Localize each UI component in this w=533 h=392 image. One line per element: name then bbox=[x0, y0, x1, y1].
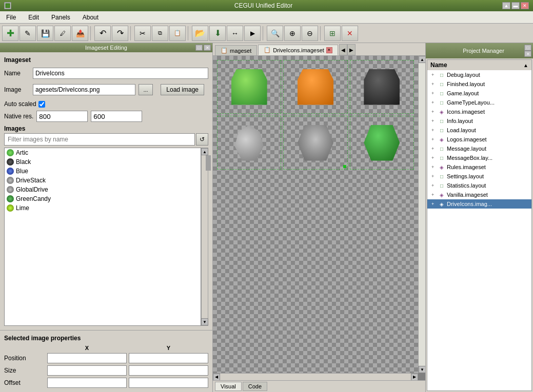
tree-item-icons-imageset[interactable]: + ◈ Icons.imageset bbox=[427, 107, 531, 116]
tree-item-rules[interactable]: + ◈ Rules.imageset bbox=[427, 162, 531, 172]
right-panel-restore-button[interactable]: □ bbox=[524, 45, 531, 51]
tab-nav-left[interactable]: ◀ bbox=[339, 44, 347, 55]
save-button[interactable]: 💾 bbox=[37, 26, 53, 41]
tab-nav-right[interactable]: ▶ bbox=[347, 44, 356, 55]
cut-button[interactable]: ✂ bbox=[134, 26, 151, 41]
refresh-button[interactable]: ↺ bbox=[196, 133, 208, 146]
tree-item-logos[interactable]: + ◈ Logos.imageset bbox=[427, 135, 531, 144]
filter-input[interactable] bbox=[4, 133, 195, 146]
offset-x-input[interactable] bbox=[47, 378, 127, 388]
item-label: GreenCandy bbox=[16, 195, 51, 202]
right-panel-controls: □ ✕ bbox=[524, 45, 531, 57]
right-panel-close-button[interactable]: ✕ bbox=[524, 51, 531, 57]
zoom-out-button[interactable]: ⊖ bbox=[302, 26, 318, 41]
scroll-up-button[interactable]: ▲ bbox=[201, 148, 208, 155]
tab-visual[interactable]: Visual bbox=[215, 382, 242, 391]
menu-panels[interactable]: Panels bbox=[47, 13, 74, 22]
tree-item-debug[interactable]: + □ Debug.layout bbox=[427, 70, 531, 79]
list-item[interactable]: Blue bbox=[5, 167, 201, 176]
tree-item-info[interactable]: + □ Info.layout bbox=[427, 116, 531, 126]
tab-code[interactable]: Code bbox=[243, 382, 267, 391]
canvas-area[interactable]: ▲ ▼ ◀ ▶ bbox=[213, 56, 425, 380]
tree-item-message[interactable]: + □ Message.layout bbox=[427, 144, 531, 153]
lime-icon bbox=[7, 204, 14, 212]
native-res-x-input[interactable] bbox=[36, 111, 88, 122]
zoom-normal-button[interactable]: 🔍 bbox=[267, 26, 283, 41]
name-input[interactable] bbox=[33, 68, 208, 79]
auto-scaled-checkbox[interactable] bbox=[38, 101, 45, 108]
saveas-button[interactable]: 🖊 bbox=[54, 26, 71, 41]
tree-item-settings[interactable]: + □ Settings.layout bbox=[427, 172, 531, 181]
edit-button[interactable]: ✎ bbox=[19, 26, 36, 41]
tree-item-game[interactable]: + □ Game.layout bbox=[427, 89, 531, 98]
delete-button[interactable]: ✕ bbox=[342, 26, 358, 41]
item-name: Icons.imageset bbox=[447, 109, 485, 115]
export-button[interactable]: 📤 bbox=[72, 26, 88, 41]
list-item[interactable]: GlobalDrive bbox=[5, 185, 201, 194]
tab-driveicons[interactable]: 📋 DriveIcons.imageset ✕ bbox=[258, 45, 338, 55]
position-x-input[interactable] bbox=[47, 353, 127, 363]
menu-file[interactable]: File bbox=[2, 13, 20, 22]
open-button[interactable]: 📂 bbox=[192, 26, 208, 41]
sep4 bbox=[263, 26, 265, 40]
size-y-input[interactable] bbox=[129, 365, 208, 376]
canvas-hscroll[interactable]: ◀ ▶ bbox=[213, 373, 418, 380]
load-image-button[interactable]: Load image bbox=[161, 84, 204, 95]
x-header: X bbox=[47, 345, 127, 351]
tree-item-vanilla[interactable]: + ◈ Vanilla.imageset bbox=[427, 190, 531, 199]
panel-close-button[interactable]: ✕ bbox=[204, 45, 211, 51]
native-res-row: Native res. bbox=[4, 111, 208, 122]
move-button[interactable]: ↔ bbox=[227, 26, 243, 41]
tree-item-gametype[interactable]: + □ GameTypeLayou... bbox=[427, 98, 531, 107]
layout-icon: □ bbox=[438, 80, 445, 88]
list-item[interactable]: Black bbox=[5, 157, 201, 167]
add-layer-button[interactable]: ⊞ bbox=[324, 26, 341, 41]
undo-button[interactable]: ↶ bbox=[94, 26, 111, 41]
offset-y-input[interactable] bbox=[129, 378, 208, 388]
image-list-scrollbar[interactable]: ▲ ▼ bbox=[201, 148, 208, 326]
new-button[interactable]: ✚ bbox=[2, 26, 18, 41]
layout-icon: □ bbox=[438, 182, 445, 189]
list-item[interactable]: DriveStack bbox=[5, 176, 201, 185]
left-panel-title: Imageset Editing bbox=[85, 45, 127, 51]
list-item[interactable]: GreenCandy bbox=[5, 194, 201, 203]
zoom-in-button[interactable]: ⊕ bbox=[284, 26, 301, 41]
drive-orange-icon bbox=[298, 69, 333, 105]
hscroll-right-button[interactable]: ▶ bbox=[411, 374, 418, 381]
scroll-down-button[interactable]: ▼ bbox=[201, 318, 208, 325]
menu-edit[interactable]: Edit bbox=[24, 13, 43, 22]
tab-imageset[interactable]: 📋 mageset bbox=[215, 45, 257, 55]
download-button[interactable]: ⬇ bbox=[209, 26, 226, 41]
tree-item-statistics[interactable]: + □ Statistics.layout bbox=[427, 181, 531, 190]
canvas-vscroll[interactable]: ▲ ▼ bbox=[418, 56, 425, 373]
image-path-input[interactable] bbox=[33, 84, 135, 95]
redo-button[interactable]: ↷ bbox=[112, 26, 128, 41]
list-item[interactable]: Lime bbox=[5, 203, 201, 213]
tree-item-messagebox[interactable]: + □ MessageBox.lay... bbox=[427, 153, 531, 162]
browse-button[interactable]: ... bbox=[139, 84, 153, 95]
native-res-y-input[interactable] bbox=[91, 111, 142, 122]
vscroll-track[interactable] bbox=[419, 63, 425, 366]
maximize-button[interactable]: ▬ bbox=[511, 2, 520, 9]
tab-close-button[interactable]: ✕ bbox=[326, 47, 332, 53]
hscroll-left-button[interactable]: ◀ bbox=[213, 374, 220, 381]
position-y-input[interactable] bbox=[129, 353, 208, 363]
play-button[interactable]: ▶ bbox=[244, 26, 261, 41]
tree-item-finished[interactable]: + □ Finished.layout bbox=[427, 79, 531, 89]
center-panel: 📋 mageset 📋 DriveIcons.imageset ✕ ◀ ▶ bbox=[213, 43, 425, 392]
size-x-input[interactable] bbox=[47, 365, 127, 376]
vscroll-up-button[interactable]: ▲ bbox=[419, 56, 425, 63]
item-name: Settings.layout bbox=[447, 173, 484, 179]
tree-item-driveicons[interactable]: + ◈ DriveIcons.imag... bbox=[427, 199, 531, 209]
close-button[interactable]: ✕ bbox=[521, 2, 529, 9]
minimize-button[interactable]: ▲ bbox=[502, 2, 510, 9]
layout-icon: □ bbox=[438, 99, 445, 106]
paste-button[interactable]: 📋 bbox=[169, 26, 186, 41]
list-item[interactable]: Artic bbox=[5, 148, 201, 157]
tree-item-load[interactable]: + □ Load.layout bbox=[427, 126, 531, 135]
panel-restore-button[interactable]: □ bbox=[195, 45, 203, 51]
menu-about[interactable]: About bbox=[78, 13, 103, 22]
scroll-thumb[interactable] bbox=[206, 155, 211, 171]
copy-button[interactable]: ⧉ bbox=[152, 26, 168, 41]
vscroll-down-button[interactable]: ▼ bbox=[419, 366, 425, 373]
